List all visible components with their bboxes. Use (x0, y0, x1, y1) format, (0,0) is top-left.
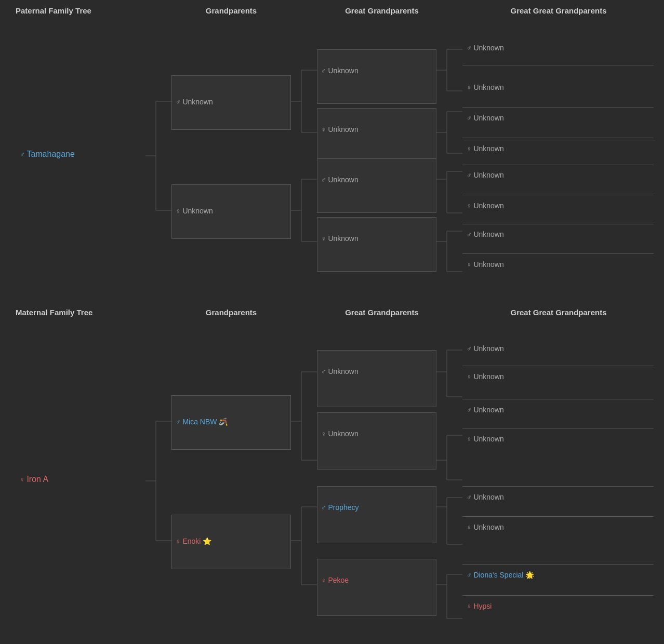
paternal-gggp8[interactable]: ♀ Unknown (462, 258, 508, 271)
paternal-gggp1-divider (462, 65, 654, 65)
paternal-gggp5-divider (462, 195, 654, 195)
paternal-gggp1-name: Unknown (473, 44, 503, 52)
maternal-gp2-name: Enoki (182, 537, 201, 545)
paternal-gggp7-name: Unknown (473, 230, 503, 238)
maternal-gp1[interactable]: ♂ Mica NBW 🪃 (171, 415, 232, 428)
maternal-subject[interactable]: ♀ Iron A (16, 472, 52, 487)
maternal-gp2-gender-icon: ♀ (176, 538, 182, 545)
maternal-gggp3-divider (462, 428, 654, 428)
paternal-ggp4-gender-icon: ♀ (321, 235, 328, 243)
paternal-gggp5[interactable]: ♂ Unknown (462, 168, 508, 182)
maternal-gp2[interactable]: ♀ Enoki ⭐ (171, 534, 216, 548)
maternal-gp1-gender-icon: ♂ (176, 418, 182, 426)
paternal-gggp3-name: Unknown (473, 114, 503, 122)
paternal-ggp3[interactable]: ♂ Unknown (317, 173, 363, 186)
paternal-gggp7[interactable]: ♂ Unknown (462, 227, 508, 241)
maternal-ggp3[interactable]: ♂ Prophecy (317, 501, 363, 514)
paternal-gp2-gender-icon: ♀ (176, 207, 182, 215)
paternal-gp1[interactable]: ♂ Unknown (171, 95, 217, 109)
maternal-gggp8-name: Hypsi (473, 602, 492, 610)
maternal-ggp4-name: Pekoe (328, 576, 349, 584)
maternal-gggp4-gender-icon: ♀ (467, 435, 473, 443)
maternal-ggp4-box (317, 559, 436, 616)
maternal-gggp8[interactable]: ♀ Hypsi (462, 599, 496, 613)
maternal-col3-header: Great Grandparents (307, 308, 457, 317)
paternal-gp2-name: Unknown (182, 207, 213, 215)
paternal-subject[interactable]: ♂ Tamahagane (16, 147, 79, 162)
paternal-ggp2[interactable]: ♀ Unknown (317, 123, 363, 136)
paternal-ggp2-gender-icon: ♀ (321, 126, 328, 133)
paternal-gggp5-name: Unknown (473, 171, 503, 179)
maternal-gggp4[interactable]: ♀ Unknown (462, 432, 508, 446)
maternal-ggp2-name: Unknown (328, 430, 358, 438)
paternal-ggp1[interactable]: ♂ Unknown (317, 64, 363, 77)
paternal-header: Paternal Family Tree Grandparents Great … (0, 0, 664, 18)
paternal-gggp6-name: Unknown (473, 202, 503, 210)
paternal-col2-header: Grandparents (156, 6, 307, 15)
paternal-tree-canvas: ♂ Tamahagane ♂ Unknown ♀ Unknown ♂ Unkno… (10, 18, 654, 293)
maternal-gggp1[interactable]: ♂ Unknown (462, 342, 508, 355)
maternal-gp1-name: Mica NBW (182, 418, 217, 426)
maternal-ggp3-gender-icon: ♂ (321, 504, 328, 512)
paternal-gggp6-divider (462, 224, 654, 224)
maternal-ggp2[interactable]: ♀ Unknown (317, 427, 363, 440)
paternal-gggp8-name: Unknown (473, 260, 503, 269)
maternal-gggp4-name: Unknown (473, 435, 503, 443)
maternal-col2-header: Grandparents (156, 308, 307, 317)
paternal-col3-header: Great Grandparents (307, 6, 457, 15)
paternal-ggp2-name: Unknown (328, 125, 358, 133)
maternal-ggp4[interactable]: ♀ Pekoe (317, 573, 353, 587)
maternal-gggp6-gender-icon: ♀ (467, 524, 473, 531)
paternal-gggp1-gender-icon: ♂ (467, 44, 473, 52)
maternal-gggp7-name: Diona's Special (473, 571, 523, 579)
maternal-gggp2[interactable]: ♀ Unknown (462, 370, 508, 383)
maternal-gggp6-name: Unknown (473, 523, 503, 531)
maternal-subject-name: Iron A (26, 475, 48, 484)
maternal-gp2-emoji: ⭐ (203, 537, 211, 545)
maternal-gggp6[interactable]: ♀ Unknown (462, 520, 508, 534)
maternal-col1-header: Maternal Family Tree (10, 308, 156, 317)
paternal-gggp5-gender-icon: ♂ (467, 171, 473, 179)
maternal-gggp2-gender-icon: ♀ (467, 373, 473, 381)
paternal-gggp1[interactable]: ♂ Unknown (462, 41, 508, 55)
maternal-gggp4-divider (462, 486, 654, 487)
maternal-gggp7[interactable]: ♂ Diona's Special 🌟 (462, 568, 538, 582)
paternal-gp1-name: Unknown (182, 98, 213, 106)
maternal-gggp1-divider (462, 366, 654, 366)
paternal-gggp4-gender-icon: ♀ (467, 145, 473, 153)
maternal-gggp7-emoji: 🌟 (525, 571, 534, 579)
paternal-gggp4[interactable]: ♀ Unknown (462, 142, 508, 155)
paternal-gggp7-gender-icon: ♂ (467, 231, 473, 238)
paternal-gggp3[interactable]: ♂ Unknown (462, 111, 508, 125)
paternal-gggp3-divider (462, 138, 654, 138)
paternal-tree-section: Paternal Family Tree Grandparents Great … (0, 0, 664, 293)
paternal-gggp8-gender-icon: ♀ (467, 261, 473, 269)
maternal-gggp7-divider (462, 595, 654, 596)
paternal-ggp4[interactable]: ♀ Unknown (317, 232, 363, 245)
maternal-gp1-emoji: 🪃 (219, 418, 228, 426)
maternal-ggp1-name: Unknown (328, 367, 358, 375)
maternal-header: Maternal Family Tree Grandparents Great … (0, 304, 664, 320)
paternal-gp2[interactable]: ♀ Unknown (171, 204, 217, 218)
maternal-gggp3-gender-icon: ♂ (467, 406, 473, 414)
paternal-gggp2-divider (462, 108, 654, 108)
paternal-gggp6[interactable]: ♀ Unknown (462, 199, 508, 212)
maternal-ggp4-gender-icon: ♀ (321, 576, 328, 584)
maternal-ggp3-box (317, 486, 436, 543)
maternal-gggp3-name: Unknown (473, 406, 503, 414)
maternal-gggp2-name: Unknown (473, 372, 503, 381)
maternal-col4-header: Great Great Grandparents (457, 308, 660, 317)
maternal-gggp5[interactable]: ♂ Unknown (462, 490, 508, 504)
maternal-gggp8-gender-icon: ♀ (467, 602, 473, 610)
paternal-ggp4-name: Unknown (328, 234, 358, 243)
paternal-ggp3-gender-icon: ♂ (321, 176, 328, 184)
paternal-gggp6-gender-icon: ♀ (467, 202, 473, 210)
paternal-col1-header: Paternal Family Tree (10, 6, 156, 15)
paternal-gggp3-gender-icon: ♂ (467, 114, 473, 122)
maternal-ggp2-box (317, 412, 436, 469)
maternal-ggp1-gender-icon: ♂ (321, 368, 328, 375)
paternal-gggp2[interactable]: ♀ Unknown (462, 81, 508, 94)
maternal-gggp5-name: Unknown (473, 493, 503, 501)
maternal-gggp3[interactable]: ♂ Unknown (462, 403, 508, 417)
maternal-ggp1[interactable]: ♂ Unknown (317, 365, 363, 378)
